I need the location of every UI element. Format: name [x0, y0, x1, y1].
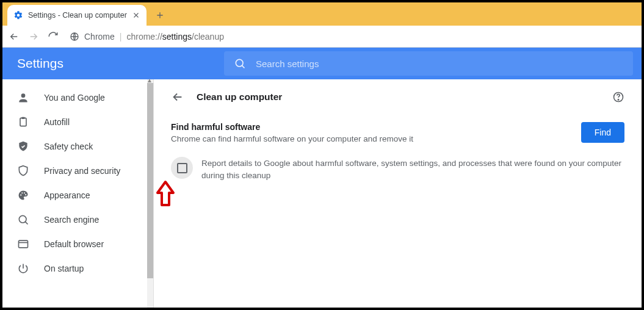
power-icon — [17, 262, 29, 275]
checkbox-box-icon — [177, 163, 187, 173]
sidebar-label: On startup — [44, 264, 84, 273]
forward-button[interactable] — [28, 31, 39, 42]
report-checkbox-label: Report details to Google about harmful s… — [201, 157, 624, 181]
omnibox-divider: | — [120, 32, 122, 41]
sidebar-item-safety-check[interactable]: Safety check — [2, 134, 153, 159]
settings-header: Settings Search settings — [2, 48, 642, 79]
help-icon[interactable] — [612, 91, 624, 103]
search-icon — [234, 57, 246, 70]
svg-point-12 — [618, 99, 618, 100]
sidebar-label: You and Google — [44, 93, 105, 103]
close-tab-icon[interactable] — [132, 11, 140, 20]
sidebar-item-on-startup[interactable]: On startup — [2, 256, 153, 281]
address-bar[interactable]: Chrome | chrome://settings/cleanup — [67, 32, 635, 41]
find-harmful-row: Find harmful software Chrome can find ha… — [171, 122, 624, 143]
shield-check-icon — [17, 140, 29, 153]
sidebar-item-appearance[interactable]: Appearance — [2, 183, 153, 207]
content-panel: Clean up computer Find harmful software … — [154, 79, 642, 308]
sidebar-label: Search engine — [44, 215, 99, 225]
shield-icon — [17, 165, 29, 177]
omnibox-scheme: Chrome — [84, 32, 115, 41]
omnibox-path-suffix: /cleanup — [192, 32, 224, 41]
section-description: Chrome can find harmful software on your… — [171, 134, 569, 143]
search-engine-icon — [17, 214, 29, 226]
tab-strip: Settings - Clean up computer — [2, 2, 642, 26]
content-back-button[interactable] — [171, 90, 184, 104]
report-checkbox-row: Report details to Google about harmful s… — [171, 157, 624, 181]
svg-point-9 — [19, 215, 26, 223]
toolbar: Chrome | chrome://settings/cleanup — [2, 26, 642, 48]
find-button[interactable]: Find — [581, 122, 624, 143]
search-settings-box[interactable]: Search settings — [224, 51, 633, 76]
sidebar-scrollbar[interactable]: ▲ — [147, 79, 153, 308]
tab-title: Settings - Clean up computer — [28, 11, 128, 20]
svg-point-1 — [236, 59, 243, 67]
sidebar-item-autofill[interactable]: Autofill — [2, 110, 153, 134]
svg-point-5 — [20, 195, 21, 196]
back-button[interactable] — [9, 31, 20, 42]
scrollbar-thumb[interactable] — [147, 83, 153, 278]
report-checkbox[interactable] — [171, 157, 193, 179]
reload-button[interactable] — [48, 31, 59, 42]
annotation-arrow-icon — [154, 179, 177, 209]
omnibox-path-mid: settings — [162, 32, 192, 41]
person-icon — [17, 92, 29, 104]
svg-rect-4 — [22, 117, 25, 119]
sidebar-label: Privacy and security — [44, 166, 120, 176]
browser-tab[interactable]: Settings - Clean up computer — [7, 5, 147, 26]
omnibox-path-prefix: chrome:// — [126, 32, 162, 41]
sidebar-item-default-browser[interactable]: Default browser — [2, 232, 153, 256]
svg-rect-3 — [20, 118, 26, 126]
svg-rect-10 — [19, 240, 28, 248]
main-area: You and Google Autofill Safety check Pri… — [2, 79, 642, 308]
sidebar-label: Appearance — [44, 190, 90, 200]
browser-window-icon — [17, 238, 29, 250]
sidebar-item-search-engine[interactable]: Search engine — [2, 207, 153, 232]
svg-point-7 — [24, 192, 25, 193]
sidebar-label: Autofill — [44, 117, 70, 127]
svg-point-2 — [21, 93, 26, 98]
sidebar-label: Default browser — [44, 239, 104, 249]
settings-title: Settings — [2, 56, 224, 71]
sidebar: You and Google Autofill Safety check Pri… — [2, 79, 154, 308]
svg-point-8 — [25, 194, 26, 195]
sidebar-item-you-and-google[interactable]: You and Google — [2, 85, 153, 110]
sidebar-item-privacy-security[interactable]: Privacy and security — [2, 159, 153, 183]
palette-icon — [17, 189, 29, 201]
section-title: Find harmful software — [171, 122, 569, 132]
search-placeholder: Search settings — [256, 59, 319, 69]
content-title: Clean up computer — [197, 92, 612, 103]
site-info-icon[interactable] — [70, 32, 79, 41]
new-tab-button[interactable] — [151, 7, 168, 24]
clipboard-icon — [17, 116, 29, 128]
gear-icon — [13, 10, 23, 20]
svg-point-6 — [21, 192, 23, 193]
sidebar-label: Safety check — [44, 142, 93, 151]
